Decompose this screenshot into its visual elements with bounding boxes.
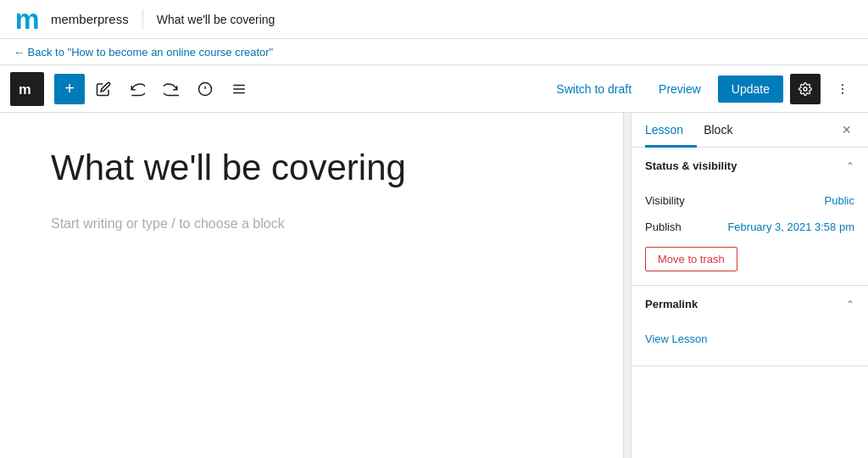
main-layout: What we'll be covering Start writing or …	[0, 113, 868, 458]
admin-bar-divider	[142, 9, 143, 30]
redo-icon	[164, 81, 179, 97]
list-icon	[231, 81, 247, 97]
brand-name: memberpress	[51, 12, 129, 26]
svg-point-11	[842, 88, 843, 90]
svg-text:m: m	[19, 81, 31, 97]
switch-to-draft-button[interactable]: Switch to draft	[546, 77, 642, 101]
publish-label: Publish	[645, 221, 682, 233]
editor-placeholder: Start writing or type / to choose a bloc…	[51, 216, 572, 232]
permalink-chevron-icon: ⌃	[846, 299, 854, 310]
visibility-label: Visibility	[645, 194, 685, 207]
back-link[interactable]: ← Back to "How to become an online cours…	[14, 46, 273, 59]
memberpress-logo-icon: m	[14, 4, 44, 35]
svg-point-9	[804, 87, 807, 91]
editor-area[interactable]: What we'll be covering Start writing or …	[0, 113, 624, 458]
update-button[interactable]: Update	[718, 75, 783, 103]
publish-date[interactable]: February 3, 2021 3:58 pm	[727, 221, 854, 233]
info-icon	[198, 81, 213, 97]
more-vertical-icon	[836, 82, 849, 96]
pencil-icon	[96, 81, 111, 97]
move-to-trash-button[interactable]: Move to trash	[645, 247, 737, 271]
undo-icon	[130, 81, 145, 97]
sidebar: Lesson Block × Status & visibility ⌃ Vis…	[631, 113, 868, 458]
brand-logo: m memberpress	[14, 4, 129, 35]
status-visibility-section: Status & visibility ⌃ Visibility Public …	[632, 148, 868, 286]
preview-button[interactable]: Preview	[648, 77, 711, 101]
admin-bar: m memberpress What we'll be covering	[0, 0, 868, 39]
permalink-section: Permalink ⌃ View Lesson	[632, 286, 868, 366]
editor-logo: m	[10, 72, 44, 106]
more-options-button[interactable]	[827, 74, 858, 104]
settings-button[interactable]	[790, 74, 821, 104]
back-link-bar: ← Back to "How to become an online cours…	[0, 39, 868, 65]
svg-point-10	[842, 84, 843, 86]
svg-point-12	[842, 92, 843, 93]
toolbar-right: Switch to draft Preview Update	[546, 74, 858, 104]
info-button[interactable]	[190, 74, 220, 104]
view-lesson-link[interactable]: View Lesson	[645, 326, 854, 352]
tab-block[interactable]: Block	[704, 113, 746, 147]
add-block-button[interactable]: +	[54, 74, 85, 104]
status-section-title: Status & visibility	[645, 159, 737, 172]
visibility-value[interactable]: Public	[825, 194, 854, 207]
permalink-header[interactable]: Permalink ⌃	[632, 286, 868, 322]
status-chevron-icon: ⌃	[846, 160, 854, 172]
toolbar-left: m +	[10, 72, 254, 106]
tab-lesson[interactable]: Lesson	[645, 113, 697, 147]
permalink-title: Permalink	[645, 298, 698, 310]
permalink-section-body: View Lesson	[632, 322, 868, 366]
publish-row: Publish February 3, 2021 3:58 pm	[645, 214, 854, 240]
visibility-row: Visibility Public	[645, 187, 854, 214]
sidebar-close-button[interactable]: ×	[838, 118, 854, 142]
block-navigation-button[interactable]	[224, 74, 254, 104]
resize-handle[interactable]	[624, 113, 631, 458]
status-section-body: Visibility Public Publish February 3, 20…	[632, 184, 868, 285]
editor-logo-icon: m	[18, 80, 36, 98]
page-title: What we'll be covering	[157, 13, 275, 26]
tools-button[interactable]	[88, 74, 119, 104]
gear-icon	[798, 82, 812, 96]
status-visibility-header[interactable]: Status & visibility ⌃	[632, 148, 868, 184]
sidebar-tabs: Lesson Block ×	[632, 113, 868, 148]
editor-toolbar: m +	[0, 65, 868, 113]
undo-button[interactable]	[122, 74, 153, 104]
editor-title: What we'll be covering	[51, 147, 572, 189]
redo-button[interactable]	[156, 74, 186, 104]
svg-text:m: m	[15, 4, 40, 35]
